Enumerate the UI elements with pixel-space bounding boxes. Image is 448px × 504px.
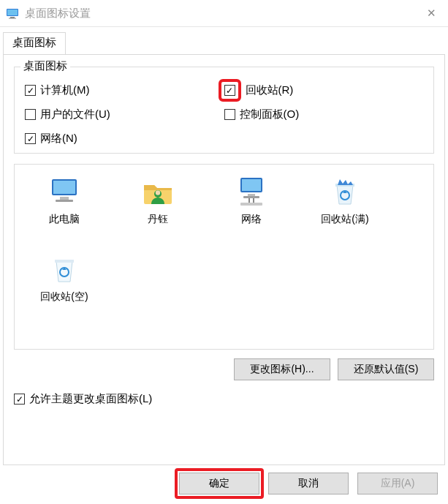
apply-button[interactable]: 应用(A) [357, 473, 438, 494]
icon-label: 丹钰 [111, 213, 205, 226]
svg-rect-11 [242, 179, 261, 191]
tab-panel: 桌面图标 计算机(M) 回收站(R) 用户的文件(U) 控制面板(O) [3, 54, 445, 465]
svg-rect-6 [60, 197, 69, 200]
network-icon [235, 175, 268, 208]
checkbox-allow-theme[interactable]: 允许主题更改桌面图标(L) [14, 392, 434, 406]
checkbox-label: 用户的文件(U) [40, 108, 110, 121]
svg-rect-3 [9, 18, 16, 19]
recyclebin-empty-icon [48, 252, 81, 286]
svg-rect-1 [7, 10, 18, 15]
computer-icon [48, 175, 81, 208]
icon-label: 网络 [205, 213, 298, 226]
svg-rect-12 [248, 194, 255, 196]
close-button[interactable]: ✕ [414, 0, 448, 26]
check-icon [25, 109, 36, 120]
icon-label: 回收站(满) [298, 213, 392, 226]
group-legend: 桌面图标 [20, 59, 70, 73]
checkbox-network[interactable]: 网络(N) [25, 132, 224, 146]
check-icon [25, 85, 36, 96]
icon-recyclebin-full[interactable]: 回收站(满) [298, 172, 392, 226]
user-folder-icon [141, 175, 175, 208]
icon-user[interactable]: 丹钰 [111, 172, 205, 226]
highlight-box: 确定 [175, 468, 264, 499]
checkbox-computer[interactable]: 计算机(M) [25, 83, 224, 97]
tab-strip: 桌面图标 [3, 31, 445, 54]
checkbox-label: 回收站(R) [246, 83, 294, 97]
titlebar: 桌面图标设置 ✕ [0, 0, 448, 27]
icon-recyclebin-empty[interactable]: 回收站(空) [18, 249, 111, 304]
checkbox-label: 网络(N) [40, 132, 77, 146]
icon-label: 回收站(空) [18, 290, 111, 304]
checkbox-controlpanel[interactable]: 控制面板(O) [224, 108, 424, 121]
highlight-box [219, 79, 241, 102]
recyclebin-full-icon [328, 175, 362, 208]
checkbox-userfiles[interactable]: 用户的文件(U) [25, 108, 224, 121]
restore-default-button[interactable]: 还原默认值(S) [338, 358, 434, 380]
tab-desktop-icons[interactable]: 桌面图标 [3, 32, 66, 55]
checkbox-recyclebin[interactable]: 回收站(R) [224, 83, 424, 97]
svg-rect-14 [248, 198, 250, 203]
window-title: 桌面图标设置 [25, 7, 414, 20]
svg-point-9 [156, 190, 160, 195]
checkbox-label: 控制面板(O) [240, 108, 300, 121]
svg-rect-13 [243, 196, 259, 198]
svg-rect-15 [253, 198, 254, 203]
checkbox-label: 允许主题更改桌面图标(L) [29, 392, 152, 406]
system-icon [6, 7, 19, 20]
icon-network[interactable]: 网络 [205, 172, 298, 226]
icon-preview-box: 此电脑 丹钰 [14, 164, 434, 350]
icon-buttons-row: 更改图标(H)... 还原默认值(S) [14, 358, 434, 380]
check-icon [224, 85, 235, 96]
svg-rect-7 [56, 200, 73, 202]
group-desktop-icons: 桌面图标 计算机(M) 回收站(R) 用户的文件(U) 控制面板(O) [14, 67, 434, 154]
svg-rect-5 [53, 181, 75, 194]
change-icon-button[interactable]: 更改图标(H)... [234, 358, 330, 380]
cancel-button[interactable]: 取消 [268, 473, 349, 494]
dialog-actions: 确定 取消 应用(A) [0, 462, 448, 504]
check-icon [25, 133, 36, 144]
checkbox-label: 计算机(M) [40, 83, 90, 97]
check-icon [14, 394, 25, 405]
svg-rect-16 [240, 203, 262, 206]
check-icon [224, 109, 235, 120]
icon-this-pc[interactable]: 此电脑 [18, 172, 111, 226]
ok-button[interactable]: 确定 [179, 473, 259, 494]
icon-label: 此电脑 [18, 213, 111, 226]
